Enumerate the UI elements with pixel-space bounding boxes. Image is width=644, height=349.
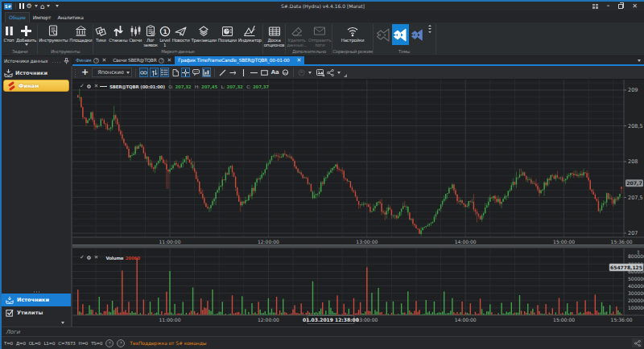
qat-menu-chevron-icon[interactable] xyxy=(56,5,59,7)
maximize-button[interactable] xyxy=(618,4,623,9)
orderlog-button[interactable]: Лог заявок xyxy=(142,23,159,47)
inbox-download-icon xyxy=(4,68,13,77)
instruments-button[interactable]: Инструменты xyxy=(38,23,68,43)
price-chart[interactable]: 207207,5208208,520911:00:0012:00:0013:00… xyxy=(72,80,644,244)
theme-blue-button[interactable] xyxy=(392,24,409,45)
theme-light-button[interactable] xyxy=(409,24,426,45)
ribbon-tab-general[interactable]: Общие xyxy=(5,12,30,23)
chevron-up-icon[interactable] xyxy=(428,25,431,27)
close-icon[interactable]: ✕ xyxy=(94,84,98,89)
add-indicator-button[interactable]: + xyxy=(80,68,90,76)
tab-candles-sber[interactable]: Свечи SBER@TQBR ? ✕ xyxy=(109,56,175,64)
svg-text:01.03.2019 12:38:00: 01.03.2019 12:38:00 xyxy=(303,317,359,322)
nav-utilities[interactable]: Утилиты xyxy=(2,306,71,319)
toolbar-resize-grip[interactable] xyxy=(344,74,347,77)
pause-icon[interactable] xyxy=(19,3,24,9)
boards-button[interactable]: Площадки xyxy=(68,23,93,43)
tab-chart-timeframecandle[interactable]: График TimeFrameCandle_SBER@TQBR_00-01-0… xyxy=(175,56,304,64)
line-tool[interactable] xyxy=(218,68,227,77)
chevron-down-icon[interactable] xyxy=(35,5,38,7)
logs-panel-header[interactable]: Логи xyxy=(2,326,644,336)
chart-corner-icon xyxy=(203,69,210,76)
news-button[interactable]: Новости xyxy=(171,23,191,43)
help-circle-icon[interactable]: ? xyxy=(159,58,164,64)
export-image-button[interactable] xyxy=(316,68,324,77)
indicator-button[interactable]: Индикатор xyxy=(237,23,262,43)
candles-button[interactable]: Свечи xyxy=(128,23,142,43)
drag-grip-icon[interactable] xyxy=(52,60,61,63)
tooltip-toggle[interactable] xyxy=(192,68,200,77)
ticks-icon xyxy=(94,24,107,38)
help-circle-icon[interactable]: ? xyxy=(93,58,99,64)
svg-text:13:00:00: 13:00:00 xyxy=(356,317,378,322)
data-sources-panel-header[interactable]: Источники данных xyxy=(2,56,72,66)
visibility-check-icon[interactable]: ✓ xyxy=(80,84,85,89)
add-button[interactable]: Добавить xyxy=(15,23,37,46)
rectangle-tool[interactable] xyxy=(260,68,269,77)
visibility-check-icon[interactable]: ✓ xyxy=(80,255,85,261)
crosshair-toggle[interactable] xyxy=(181,68,190,77)
brush-button[interactable] xyxy=(297,68,306,77)
svg-text:208,5: 208,5 xyxy=(628,123,643,129)
close-icon[interactable]: ✕ xyxy=(101,58,106,64)
ribbon-tab-import[interactable]: Импорт xyxy=(30,13,55,23)
chevron-down-icon[interactable] xyxy=(428,28,431,30)
options-board-button[interactable]: Доска опционов xyxy=(263,23,285,47)
close-icon[interactable]: ✕ xyxy=(94,255,98,261)
prev-circle-button[interactable]: ‹ xyxy=(105,339,114,347)
chevron-down-icon[interactable] xyxy=(47,5,50,7)
vertical-line-tool[interactable] xyxy=(239,68,248,77)
home-icon[interactable]: ⌂ xyxy=(40,3,45,10)
stop-button[interactable]: Стоп xyxy=(2,23,15,43)
gear-icon[interactable] xyxy=(86,84,92,89)
sidebar-more-button[interactable] xyxy=(2,319,71,326)
text-tool[interactable]: Aa xyxy=(270,68,279,77)
depths-button[interactable]: Стаканы xyxy=(108,23,128,43)
minimize-button[interactable]: – xyxy=(607,3,610,9)
horizontal-line-tool[interactable] xyxy=(250,68,258,77)
source-item-finam[interactable]: Финам xyxy=(3,80,69,92)
legend-toggle[interactable] xyxy=(160,68,169,77)
page-button[interactable] xyxy=(171,68,180,77)
add-dropdown-chevron-icon[interactable] xyxy=(25,43,28,46)
delete-data-button[interactable]: Удалить данные... xyxy=(286,23,308,47)
ellipse-tool[interactable] xyxy=(281,68,290,77)
arrow-tool[interactable] xyxy=(229,68,237,77)
tab-finam[interactable]: Финам ? ✕ xyxy=(72,56,109,64)
chart-area-toggle[interactable] xyxy=(202,68,211,77)
gear-icon[interactable]: ⚙ xyxy=(27,3,32,10)
chevron-down-icon[interactable] xyxy=(308,72,312,74)
ticks-button[interactable]: Тики xyxy=(93,23,108,43)
nav-sources[interactable]: Источники xyxy=(2,294,71,306)
level1-button[interactable]: 1 Level 1 xyxy=(159,23,171,47)
status-grip[interactable] xyxy=(632,339,642,347)
link-toggle[interactable] xyxy=(139,68,148,77)
positions-button[interactable]: Позиции xyxy=(217,23,237,43)
toolbar-grip-icon[interactable] xyxy=(74,68,76,77)
theme-gallery-spinner[interactable] xyxy=(427,25,434,33)
close-icon[interactable]: ✕ xyxy=(167,58,171,64)
share-button[interactable] xyxy=(326,68,335,77)
chevron-down-icon[interactable] xyxy=(337,72,341,74)
toolbar-separator xyxy=(293,68,294,77)
tab-list-chevron-icon[interactable] xyxy=(638,60,641,62)
pin-icon[interactable] xyxy=(64,58,69,64)
layout-icon[interactable] xyxy=(592,4,598,9)
transactions-button[interactable]: Транзакции xyxy=(191,23,217,43)
stop-pause-icon xyxy=(4,24,14,38)
theme-dark-button[interactable] xyxy=(375,24,392,45)
ribbon-tab-analytics[interactable]: Аналитика xyxy=(54,13,86,23)
indicator-curve-icon xyxy=(243,24,256,38)
clipboard-icon xyxy=(145,24,156,38)
candle-style-combobox[interactable]: Японские xyxy=(92,68,132,77)
volume-chart[interactable]: 1000002000003000004000005000006000007000… xyxy=(72,248,644,325)
autorange-toggle[interactable] xyxy=(150,68,159,77)
send-logs-button[interactable]: Отправить логи xyxy=(308,23,332,47)
close-icon[interactable]: ✕ xyxy=(297,58,302,64)
close-button[interactable]: ✕ xyxy=(632,3,638,9)
gallery-expand-icon[interactable] xyxy=(428,31,431,33)
settings-button[interactable]: Настройки xyxy=(341,23,365,43)
next-circle-button[interactable]: › xyxy=(117,339,125,347)
gear-icon[interactable] xyxy=(86,255,92,261)
support-link[interactable]: ТехПоддержка от S# команды xyxy=(130,340,206,346)
